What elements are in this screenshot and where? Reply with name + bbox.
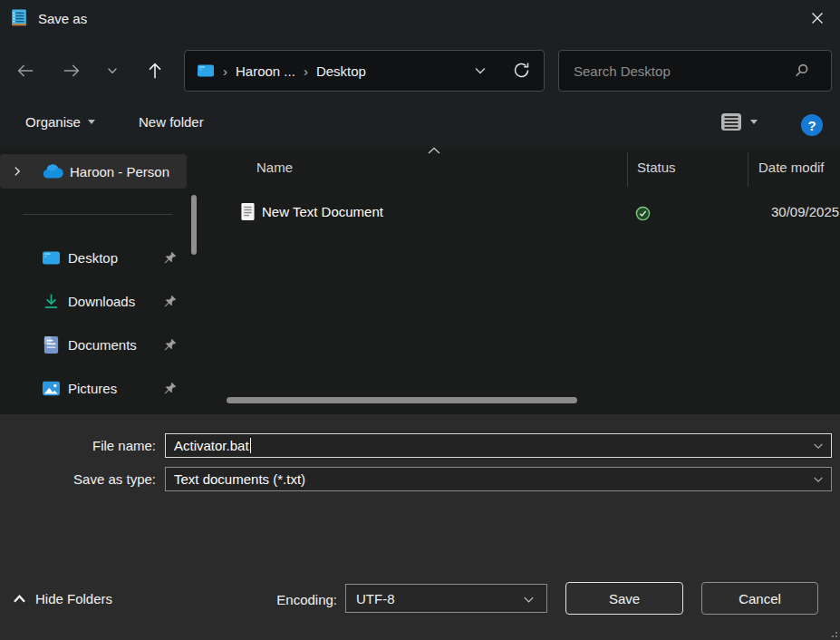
sidebar: Haroon - Person Desktop Downloads <box>0 148 208 414</box>
save-label: Save <box>609 591 640 606</box>
desktop-icon <box>42 249 61 267</box>
arrow-up-icon <box>145 61 165 81</box>
sync-status-icon <box>635 206 651 221</box>
breadcrumb-separator: › <box>304 63 308 79</box>
pin-icon <box>163 381 178 395</box>
details-view-icon <box>720 112 742 131</box>
bottom-panel: File name: Activator.bat Save as type: T… <box>0 414 840 640</box>
chevron-up-icon <box>13 594 26 604</box>
search-icon[interactable] <box>793 62 811 80</box>
desktop-icon <box>197 63 215 79</box>
sidebar-divider <box>23 214 172 215</box>
window-title: Save as <box>38 11 87 26</box>
view-options-button[interactable] <box>720 112 758 131</box>
main-area: Haroon - Person Desktop Downloads <box>0 148 840 414</box>
cancel-label: Cancel <box>739 591 781 606</box>
save-type-value: Text documents (*.txt) <box>174 471 305 487</box>
column-header-status[interactable]: Status <box>637 160 676 175</box>
new-folder-label: New folder <box>139 114 204 130</box>
sort-ascending-icon <box>427 146 441 155</box>
sidebar-item-onedrive[interactable]: Haroon - Person <box>0 154 187 189</box>
file-date-modified: 30/09/2025 <box>771 204 839 219</box>
save-type-dropdown-button[interactable] <box>812 473 825 489</box>
breadcrumb-separator: › <box>223 63 227 79</box>
save-as-dialog: { "window": { "title": "Save as" }, "nav… <box>0 0 840 640</box>
arrow-right-icon <box>62 61 82 81</box>
refresh-icon <box>512 61 531 80</box>
column-header-date[interactable]: Date modif <box>758 160 825 175</box>
file-name: New Text Document <box>262 204 383 219</box>
back-button[interactable] <box>11 56 40 85</box>
file-list: Name Status Date modif New Text Document… <box>208 148 840 414</box>
resize-grip-icon[interactable] <box>828 628 837 637</box>
pictures-icon <box>42 380 61 397</box>
chevron-down-icon <box>750 120 758 124</box>
recent-locations-button[interactable] <box>98 56 127 85</box>
search-box <box>558 50 832 92</box>
sidebar-item-label: Documents <box>68 337 137 353</box>
sidebar-item-label: Downloads <box>68 294 135 309</box>
file-name-label: File name: <box>0 438 156 453</box>
encoding-label: Encoding: <box>181 592 337 607</box>
sidebar-item-downloads[interactable]: Downloads <box>0 284 190 318</box>
text-file-icon <box>240 202 256 221</box>
help-button[interactable]: ? <box>801 114 823 136</box>
save-type-select[interactable]: Text documents (*.txt) <box>165 467 832 491</box>
encoding-select[interactable]: UTF-8 <box>345 584 547 613</box>
chevron-down-icon <box>473 63 488 78</box>
refresh-button[interactable] <box>512 61 531 83</box>
address-dropdown-button[interactable] <box>473 63 488 82</box>
file-row[interactable]: New Text Document 30/09/2025 <box>217 195 840 233</box>
new-folder-button[interactable]: New folder <box>139 114 204 130</box>
chevron-down-icon <box>812 440 825 452</box>
close-button[interactable] <box>804 5 831 31</box>
save-type-label: Save as type: <box>0 471 156 487</box>
help-icon: ? <box>807 118 816 133</box>
sidebar-item-pictures[interactable]: Pictures <box>0 371 190 405</box>
column-divider[interactable] <box>627 152 628 187</box>
sidebar-item-label: Desktop <box>68 250 118 266</box>
organise-label: Organise <box>25 114 81 130</box>
up-button[interactable] <box>140 56 169 85</box>
file-name-value: Activator.bat <box>174 438 249 453</box>
forward-button[interactable] <box>57 56 86 85</box>
address-bar[interactable]: › Haroon ... › Desktop <box>184 50 545 92</box>
chevron-down-icon <box>106 64 119 77</box>
column-header-name[interactable]: Name <box>256 160 293 175</box>
onedrive-icon <box>42 163 63 179</box>
horizontal-scrollbar[interactable] <box>227 397 577 403</box>
breadcrumb-root[interactable]: Haroon ... <box>236 63 295 79</box>
hide-folders-label: Hide Folders <box>35 591 112 606</box>
column-divider[interactable] <box>748 152 748 187</box>
pin-icon <box>163 337 178 352</box>
sidebar-scrollbar[interactable] <box>191 195 197 255</box>
sidebar-item-documents[interactable]: Documents <box>0 327 190 362</box>
encoding-value: UTF-8 <box>356 591 395 606</box>
close-icon <box>810 11 825 25</box>
documents-icon <box>43 335 60 354</box>
title-bar: Save as <box>0 0 840 36</box>
chevron-down-icon <box>812 473 825 486</box>
sidebar-item-desktop[interactable]: Desktop <box>0 240 190 275</box>
text-cursor <box>250 438 251 453</box>
chevron-right-icon[interactable] <box>11 165 24 178</box>
sidebar-item-label: Pictures <box>68 381 117 396</box>
encoding-dropdown-button[interactable] <box>522 593 536 609</box>
hide-folders-button[interactable]: Hide Folders <box>13 591 112 606</box>
downloads-icon <box>42 292 61 311</box>
window-chrome: Save as › Haroon ... <box>0 0 840 148</box>
breadcrumb-current[interactable]: Desktop <box>316 63 366 79</box>
file-name-dropdown-button[interactable] <box>812 440 825 455</box>
organise-button[interactable]: Organise <box>25 114 95 130</box>
save-button[interactable]: Save <box>565 582 683 615</box>
pin-icon <box>163 250 178 265</box>
cancel-button[interactable]: Cancel <box>701 582 818 615</box>
arrow-left-icon <box>15 61 35 81</box>
notepad-icon <box>9 7 29 29</box>
sidebar-item-label: Haroon - Person <box>70 164 169 179</box>
chevron-down-icon <box>88 120 95 124</box>
search-input[interactable] <box>574 51 782 91</box>
file-name-input[interactable]: Activator.bat <box>165 433 832 458</box>
pin-icon <box>163 294 178 308</box>
chevron-down-icon <box>522 593 536 606</box>
